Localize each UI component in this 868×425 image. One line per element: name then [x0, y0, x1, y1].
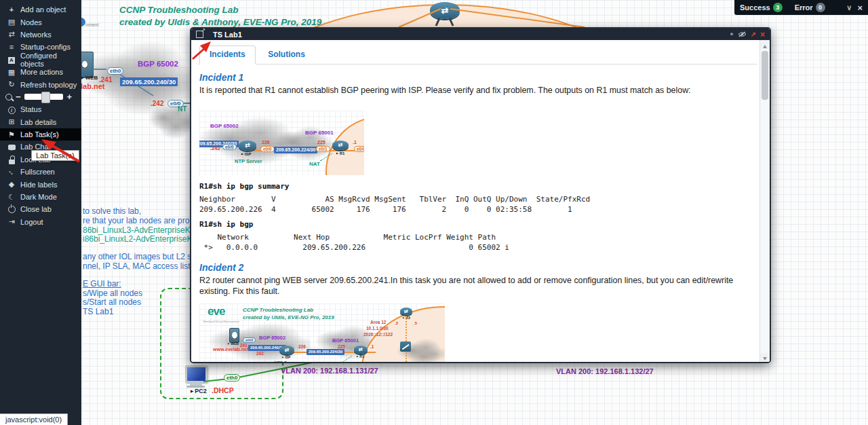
cli-command-1: R1#sh ip bgp summary	[199, 182, 749, 191]
list-icon: ≡	[7, 43, 16, 51]
close-icon[interactable]: ×	[760, 31, 765, 39]
node-marker-icon: ▶	[81, 76, 84, 79]
magnifier-icon	[5, 94, 12, 100]
scrollbar-thumb[interactable]	[762, 51, 768, 100]
lock-icon	[7, 155, 16, 164]
sidebar-item-nodes[interactable]: ▤Nodes	[0, 16, 81, 28]
mini-web-server	[229, 328, 239, 343]
sidebar-item-label: Lab details	[20, 118, 56, 126]
ip-242-label: .242	[151, 100, 163, 107]
flag-icon: ⚑	[7, 130, 16, 139]
sidebar-item-configured-objects[interactable]: AConfigured objects	[0, 54, 81, 66]
cli-output-1: Neighbor V AS MsgRcvd MsgSent TblVer InQ…	[199, 194, 749, 215]
sidebar-item-label: Fullscreen	[20, 168, 55, 176]
dot-icon[interactable]: ●	[730, 31, 733, 37]
mini-site-label: www.evelab.net	[213, 347, 248, 352]
cli-command-2: R1#sh ip bgp	[199, 220, 749, 229]
pc2-eth0-bubble: eth0	[224, 374, 240, 382]
sidebar: +Add an object ▤Nodes ⇄Networks ≡Startup…	[0, 0, 81, 425]
sidebar-item-label: Startup-configs	[20, 43, 71, 51]
mini-area-v6-label: 2026::12::/122	[363, 332, 393, 337]
external-link-icon[interactable]	[196, 31, 203, 38]
mini-dot1-label: .1	[370, 344, 374, 349]
sidebar-item-close-lab[interactable]: Close lab	[0, 203, 81, 215]
sidebar-item-label: Dark Mode	[20, 193, 57, 201]
sidebar-item-label: Add an object	[20, 5, 66, 14]
scroll-down-button[interactable]	[760, 353, 770, 362]
notification-bar: Success 3 Error 0 ∨ ×	[734, 0, 868, 15]
lab-tasks-tooltip: Lab Task(s)	[31, 150, 79, 161]
sidebar-item-lab-details[interactable]: ⊞Lab details	[0, 116, 81, 128]
mini-dot5-label: .5	[414, 321, 417, 325]
mini-net-224-label: 209.65.200.224/30	[274, 147, 317, 153]
sidebar-item-status[interactable]: iStatus	[0, 103, 81, 115]
error-count-badge: 0	[816, 3, 825, 12]
mini-isp-label: ▶ISP	[241, 152, 251, 156]
cloud-shape	[209, 321, 311, 362]
resize-icon[interactable]: ↗	[751, 31, 756, 38]
incident1-heading: Incident 1	[199, 72, 749, 83]
mini-r1-label: ▶R1	[357, 354, 364, 358]
logout-icon: ⇥	[7, 217, 16, 226]
mini-bgp-65002-label: BGP 65002	[259, 335, 285, 341]
mini-r3-router: ⇄	[400, 308, 412, 315]
incident2-text: R2 router cannot ping WEB server 209.65.…	[199, 275, 749, 297]
sidebar-item-label: Logout	[20, 218, 43, 226]
pc2-node-label: ▶PC2	[191, 388, 207, 394]
modal-header[interactable]: TS Lab1 ● ↗ ×	[191, 29, 770, 40]
mini-e00-bubble: e0/0	[260, 146, 275, 152]
mini-dotted-link	[406, 352, 407, 362]
lab-title-line1: CCNP Troubleshooting Lab	[119, 5, 239, 15]
moon-icon: ☾	[7, 193, 16, 202]
mini-isp-label: ▶ISP	[282, 355, 290, 359]
grid-icon: ▦	[7, 68, 16, 77]
mini-title1: CCNP Troubleshooting Lab	[243, 307, 313, 313]
sidebar-item-lab-tasks[interactable]: ⚑Lab Task(s)	[0, 128, 81, 141]
zoom-slider-thumb[interactable]	[41, 92, 50, 103]
tab-solutions[interactable]: Solutions	[258, 46, 315, 63]
power-icon	[7, 205, 16, 214]
pc2-node[interactable]	[185, 365, 208, 383]
scroll-up-button[interactable]	[760, 40, 770, 49]
sidebar-item-dark-mode[interactable]: ☾Dark Mode	[0, 191, 81, 203]
mini-ospf-label: OSPFv2 #1	[365, 361, 393, 362]
tab-incidents[interactable]: Incidents	[199, 45, 256, 64]
mini-ntp-label: NTP Server	[274, 361, 298, 362]
sidebar-item-logout[interactable]: ⇥Logout	[0, 216, 81, 228]
mini-226-label: 226	[298, 344, 306, 349]
close-icon[interactable]: ×	[857, 3, 863, 13]
mini-dot1-label: .1	[353, 140, 357, 145]
mini-e00-bubble: e0/0	[222, 144, 237, 150]
vlan-131-label: VLAN 200: 192.168.1.131/27	[281, 367, 378, 375]
incident2-heading: Incident 2	[199, 262, 749, 273]
zoom-out-button[interactable]: −	[16, 92, 21, 102]
plus-icon: +	[7, 5, 16, 14]
tab-bar: Incidents Solutions	[198, 45, 757, 64]
net-240-label: 209.65.200.240/30	[120, 77, 178, 86]
sidebar-item-label: More actions	[20, 68, 63, 76]
sidebar-item-label: Networks	[20, 31, 52, 39]
sidebar-item-label: Lab Task(s)	[20, 130, 59, 138]
sidebar-item-add-an-object[interactable]: +Add an object	[0, 3, 81, 16]
sidebar-item-fullscreen[interactable]: ↔Fullscreen	[0, 166, 81, 178]
eye-slash-icon[interactable]	[738, 31, 747, 37]
zoom-control: − +	[0, 91, 81, 103]
cli-output-2: Network Next Hop Metric LocPrf Weight Pa…	[199, 232, 749, 253]
zoom-slider[interactable]	[24, 94, 64, 100]
letter-a-icon: A	[7, 55, 16, 64]
mini-isp-router: ⇄	[279, 346, 294, 354]
mini-dot2-label: .2	[395, 321, 398, 325]
lab-tasks-modal: TS Lab1 ● ↗ × Incidents Solutions Incide…	[190, 27, 771, 363]
sidebar-item-networks[interactable]: ⇄Networks	[0, 29, 81, 41]
sidebar-item-hide-labels[interactable]: ◆Hide labels	[0, 178, 81, 190]
router-icon: ⇄	[441, 5, 449, 16]
chat-icon	[7, 143, 16, 151]
incident1-text: It is reported that R1 cannot establish …	[199, 85, 749, 96]
zoom-in-button[interactable]: +	[66, 92, 72, 102]
router-node[interactable]: ⇄	[430, 2, 460, 19]
mini-area12-label: Area 12	[370, 320, 387, 325]
sidebar-item-refresh-topology[interactable]: ↻Refresh topology	[0, 78, 81, 90]
modal-body: Incidents Solutions Incident 1 It is rep…	[191, 40, 770, 362]
modal-scrollbar[interactable]	[760, 40, 770, 362]
chevron-down-icon[interactable]: ∨	[846, 3, 852, 12]
